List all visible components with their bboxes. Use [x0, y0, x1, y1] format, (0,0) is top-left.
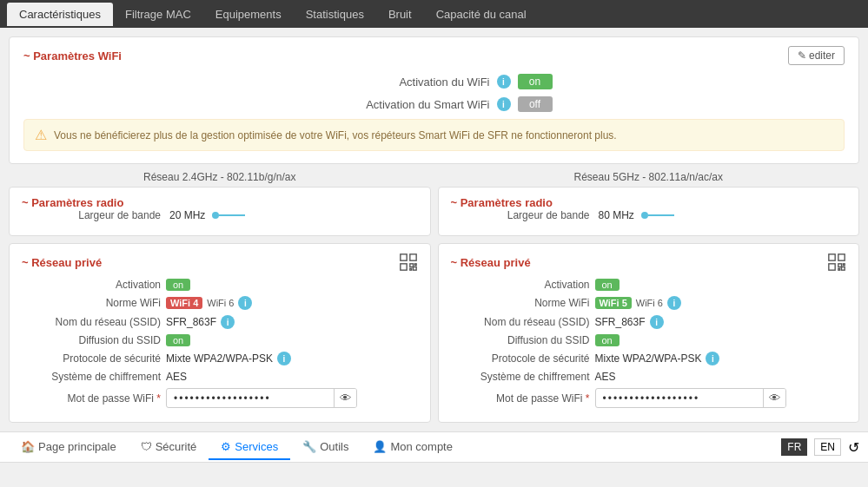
- services-icon: ⚙: [221, 440, 231, 453]
- nav-securite[interactable]: 🛡 Sécurité: [129, 435, 209, 460]
- nom-reseau-24-row: Nom du réseau (SSID) SFR_863F i: [22, 315, 418, 329]
- svg-rect-13: [842, 267, 845, 271]
- nom-reseau-24-value: SFR_863F i: [166, 315, 235, 329]
- tab-capacite[interactable]: Capacité du canal: [424, 3, 539, 26]
- nom-reseau-5-row: Nom du réseau (SSID) SFR_863F i: [451, 315, 847, 329]
- required-star-24: *: [156, 392, 161, 405]
- user-icon: 👤: [373, 440, 387, 453]
- radio-params-5-title: ~ Paramètres radio: [451, 196, 847, 209]
- mot-de-passe-5-label: Mot de passe WiFi *: [451, 392, 590, 405]
- tab-equipements[interactable]: Equipements: [203, 3, 294, 26]
- tab-filtrage-mac[interactable]: Filtrage MAC: [113, 3, 203, 26]
- wifi4-badge: WiFi 4: [166, 297, 202, 309]
- norme-info-icon-24[interactable]: i: [238, 296, 252, 310]
- nav-services[interactable]: ⚙ Services: [209, 435, 290, 460]
- mot-de-passe-24-value: •••••••••••••••••• 👁: [166, 388, 357, 408]
- diffusion-ssid-5-label: Diffusion du SSID: [451, 334, 590, 346]
- mot-de-passe-24-row: Mot de passe WiFi * •••••••••••••••••• 👁: [22, 388, 418, 408]
- wifi-activation-info-icon[interactable]: i: [497, 75, 511, 89]
- lang-fr-button[interactable]: FR: [781, 438, 807, 456]
- tab-statistiques[interactable]: Statistiques: [294, 3, 376, 26]
- smart-wifi-activation-info-icon[interactable]: i: [497, 97, 511, 111]
- protocole-securite-5-value: Mixte WPA2/WPA-PSK i: [595, 352, 720, 365]
- norme-wifi-24-value: WiFi 4 WiFi 6 i: [166, 296, 252, 310]
- refresh-button[interactable]: ↺: [848, 439, 859, 456]
- required-star-5: *: [586, 392, 590, 405]
- reseau-prive-5-title: ~ Réseau privé: [451, 256, 531, 269]
- bottom-nav-bar: 🏠 Page principale 🛡 Sécurité ⚙ Services …: [0, 431, 868, 463]
- mot-de-passe-24-label: Mot de passe WiFi *: [22, 392, 161, 405]
- svg-rect-5: [409, 268, 411, 270]
- nom-reseau-info-icon-24[interactable]: i: [221, 315, 235, 329]
- tab-bruit[interactable]: Bruit: [376, 3, 424, 26]
- edit-button[interactable]: ✎ editer: [788, 46, 845, 65]
- bandwidth-5-value: 80 MHz: [599, 209, 634, 221]
- wifi6-label-5: WiFi 6: [636, 298, 663, 308]
- svg-rect-9: [829, 264, 835, 270]
- eye-button-5[interactable]: 👁: [763, 389, 785, 407]
- nav-mon-compte[interactable]: 👤 Mon compte: [361, 435, 465, 460]
- nav-page-principale[interactable]: 🏠 Page principale: [9, 435, 129, 460]
- protocole-securite-24-text: Mixte WPA2/WPA-PSK: [166, 352, 273, 365]
- activation-5-value: on: [595, 279, 620, 291]
- diffusion-ssid-5-toggle[interactable]: on: [595, 334, 620, 346]
- shield-icon: 🛡: [141, 440, 152, 453]
- eye-button-24[interactable]: 👁: [334, 389, 356, 407]
- password-field-5[interactable]: •••••••••••••••••• 👁: [595, 388, 786, 408]
- radio-params-5-card: ~ Paramètres radio Largeur de bande 80 M…: [438, 187, 860, 236]
- protocole-securite-5-text: Mixte WPA2/WPA-PSK: [595, 352, 702, 365]
- systeme-chiffrement-5-label: Système de chiffrement: [451, 371, 590, 383]
- nav-outils[interactable]: 🔧 Outils: [290, 435, 361, 460]
- protocole-securite-5-row: Protocole de sécurité Mixte WPA2/WPA-PSK…: [451, 352, 847, 365]
- svg-rect-11: [843, 264, 845, 266]
- nav-mon-compte-label: Mon compte: [390, 440, 453, 453]
- protocole-securite-24-row: Protocole de sécurité Mixte WPA2/WPA-PSK…: [22, 352, 418, 365]
- protocole-info-icon-5[interactable]: i: [706, 352, 719, 365]
- smart-wifi-activation-row: Activation du Smart WiFi i off: [23, 96, 845, 112]
- mot-de-passe-5-value: •••••••••••••••••• 👁: [595, 388, 786, 408]
- wifi-activation-label: Activation du WiFi: [316, 76, 490, 89]
- tab-caracteristiques[interactable]: Caractéristiques: [7, 3, 113, 26]
- wifi-activation-toggle[interactable]: on: [518, 74, 553, 89]
- lang-en-button[interactable]: EN: [814, 438, 841, 456]
- wifi-params-section: ~ Paramètres WiFi ✎ editer Activation du…: [9, 36, 859, 164]
- diffusion-ssid-5-row: Diffusion du SSID on: [451, 334, 847, 346]
- norme-info-icon-5[interactable]: i: [667, 296, 681, 310]
- nav-right-section: FR EN ↺: [781, 438, 859, 456]
- home-icon: 🏠: [21, 440, 35, 453]
- smart-wifi-activation-toggle[interactable]: off: [518, 96, 553, 112]
- reseau-prive-5-header: ~ Réseau privé: [451, 253, 847, 272]
- reseau-prive-24-title: ~ Réseau privé: [22, 256, 102, 269]
- activation-24-label: Activation: [22, 279, 161, 291]
- nom-reseau-info-icon-5[interactable]: i: [650, 315, 664, 329]
- network-5-label: Réseau 5GHz - 802.11a/n/ac/ax: [438, 171, 860, 183]
- activation-24-row: Activation on: [22, 279, 418, 291]
- nav-page-principale-label: Page principale: [38, 440, 116, 453]
- activation-24-toggle[interactable]: on: [166, 279, 190, 291]
- norme-wifi-5-row: Norme WiFi WiFi 5 WiFi 6 i: [451, 296, 847, 310]
- warning-icon: ⚠: [35, 127, 47, 143]
- norme-wifi-24-label: Norme WiFi: [22, 297, 161, 309]
- diffusion-ssid-24-toggle[interactable]: on: [166, 334, 190, 346]
- svg-rect-6: [413, 267, 416, 271]
- systeme-chiffrement-5-value: AES: [595, 371, 616, 383]
- diffusion-ssid-24-row: Diffusion du SSID on: [22, 334, 418, 346]
- bandwidth-24-label: Largeur de bande: [22, 209, 161, 221]
- main-content: ~ Paramètres WiFi ✎ editer Activation du…: [0, 28, 868, 431]
- qr-icon-24[interactable]: [399, 253, 418, 272]
- svg-rect-1: [409, 254, 415, 260]
- warning-box: ⚠ Vous ne bénéficierez plus de la gestio…: [23, 119, 845, 151]
- qr-icon-5[interactable]: [827, 253, 846, 272]
- radio-params-24-card: ~ Paramètres radio Largeur de bande 20 M…: [9, 187, 431, 236]
- password-field-24[interactable]: •••••••••••••••••• 👁: [166, 388, 357, 408]
- wifi-activation-row: Activation du WiFi i on: [23, 74, 845, 89]
- activation-5-toggle[interactable]: on: [595, 279, 620, 291]
- nom-reseau-24-label: Nom du réseau (SSID): [22, 316, 161, 328]
- reseau-prive-5-card: ~ Réseau privé Activation on: [438, 243, 860, 423]
- diffusion-ssid-5-value: on: [595, 334, 620, 346]
- diffusion-ssid-24-value: on: [166, 334, 190, 346]
- bandwidth-5-slider[interactable]: [641, 212, 674, 219]
- wifi-params-title: ~ Paramètres WiFi: [23, 49, 122, 63]
- bandwidth-24-slider[interactable]: [212, 212, 245, 219]
- protocole-info-icon-24[interactable]: i: [277, 352, 291, 365]
